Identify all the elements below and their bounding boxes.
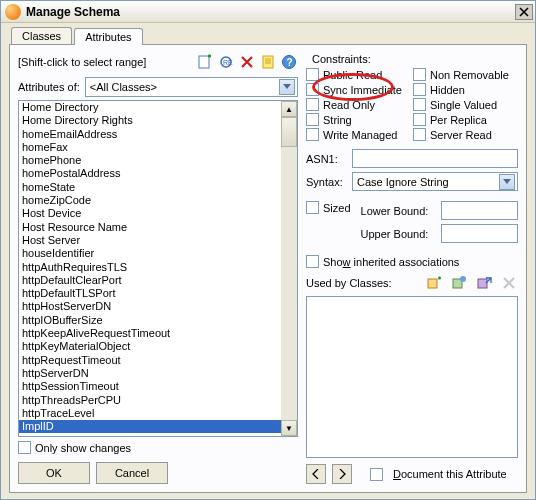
list-item[interactable]: Host Server bbox=[19, 234, 281, 247]
constraint-label: Server Read bbox=[430, 129, 492, 141]
class-props-button[interactable] bbox=[450, 274, 468, 292]
refresh-button[interactable]: RE bbox=[217, 53, 235, 71]
list-item[interactable]: homePhone bbox=[19, 154, 281, 167]
list-item[interactable]: Host Device bbox=[19, 207, 281, 220]
sized-checkbox[interactable] bbox=[306, 201, 319, 214]
only-show-changes-checkbox[interactable] bbox=[18, 441, 31, 454]
add-class-button[interactable] bbox=[425, 274, 443, 292]
constraint-row: Read Only bbox=[306, 98, 411, 111]
scroll-thumb[interactable] bbox=[281, 117, 297, 147]
chevron-right-icon bbox=[338, 469, 346, 479]
list-item[interactable]: httpDefaultClearPort bbox=[19, 274, 281, 287]
list-item[interactable]: httpSessionTimeout bbox=[19, 380, 281, 393]
list-item[interactable]: httpHostServerDN bbox=[19, 300, 281, 313]
upper-bound-row: Upper Bound: bbox=[361, 224, 518, 243]
show-inherited-checkbox[interactable] bbox=[306, 255, 319, 268]
constraint-checkbox[interactable] bbox=[306, 98, 319, 111]
list-item[interactable]: httpDefaultTLSPort bbox=[19, 287, 281, 300]
constraint-row: Public Read bbox=[306, 68, 411, 81]
list-item[interactable]: httpTraceLevel bbox=[19, 407, 281, 420]
list-item[interactable]: Host Resource Name bbox=[19, 221, 281, 234]
constraint-checkbox[interactable] bbox=[306, 128, 319, 141]
ok-button[interactable]: OK bbox=[18, 462, 90, 484]
tabs: Classes Attributes bbox=[11, 27, 527, 44]
close-button[interactable] bbox=[515, 4, 533, 20]
constraint-label: Public Read bbox=[323, 69, 382, 81]
tab-content: [Shift-click to select range] RE ? bbox=[9, 44, 527, 493]
notes-button[interactable] bbox=[259, 53, 277, 71]
goto-class-button[interactable] bbox=[475, 274, 493, 292]
right-pane: Constraints: Public ReadSync ImmediateRe… bbox=[306, 53, 518, 484]
constraint-checkbox[interactable] bbox=[413, 128, 426, 141]
bottom-row: Document this Attribute bbox=[306, 464, 518, 484]
list-item[interactable]: homePostalAddress bbox=[19, 167, 281, 180]
document-attr-checkbox[interactable] bbox=[370, 468, 383, 481]
shift-click-hint: [Shift-click to select range] bbox=[18, 56, 146, 68]
used-by-listbox[interactable] bbox=[306, 296, 518, 458]
list-item[interactable]: houseIdentifier bbox=[19, 247, 281, 260]
scroll-down-button[interactable]: ▼ bbox=[281, 420, 297, 436]
delete-button[interactable] bbox=[238, 53, 256, 71]
tab-classes[interactable]: Classes bbox=[11, 27, 72, 44]
upper-bound-input[interactable] bbox=[441, 224, 518, 243]
constraint-checkbox[interactable] bbox=[413, 83, 426, 96]
constraint-checkbox[interactable] bbox=[413, 68, 426, 81]
cancel-button[interactable]: Cancel bbox=[96, 462, 168, 484]
next-button[interactable] bbox=[332, 464, 352, 484]
prev-button[interactable] bbox=[306, 464, 326, 484]
svg-rect-0 bbox=[199, 56, 209, 68]
constraint-checkbox[interactable] bbox=[306, 83, 319, 96]
list-item[interactable]: httpServerDN bbox=[19, 367, 281, 380]
constraint-checkbox[interactable] bbox=[413, 113, 426, 126]
asn1-input[interactable] bbox=[352, 149, 518, 168]
constraint-checkbox[interactable] bbox=[306, 68, 319, 81]
list-item[interactable]: httpKeepAliveRequestTimeout bbox=[19, 327, 281, 340]
goto-class-icon bbox=[476, 275, 492, 291]
syntax-label: Syntax: bbox=[306, 176, 352, 188]
help-button[interactable]: ? bbox=[280, 53, 298, 71]
asn1-label: ASN1: bbox=[306, 153, 352, 165]
attributes-listbox[interactable]: Home DirectoryHome Directory RightshomeE… bbox=[18, 100, 298, 437]
add-attribute-button[interactable] bbox=[196, 53, 214, 71]
class-props-icon bbox=[451, 275, 467, 291]
syntax-row: Syntax: Case Ignore String bbox=[306, 172, 518, 191]
list-item[interactable]: httpThreadsPerCPU bbox=[19, 394, 281, 407]
app-icon bbox=[5, 4, 21, 20]
svg-rect-3 bbox=[263, 56, 273, 68]
list-item[interactable]: homeState bbox=[19, 181, 281, 194]
tab-attributes[interactable]: Attributes bbox=[74, 28, 142, 45]
attributes-of-combo[interactable]: <All Classes> bbox=[85, 77, 298, 97]
asn1-row: ASN1: bbox=[306, 149, 518, 168]
constraint-checkbox[interactable] bbox=[306, 113, 319, 126]
lower-bound-input[interactable] bbox=[441, 201, 518, 220]
constraint-checkbox[interactable] bbox=[413, 98, 426, 111]
constraint-label: Read Only bbox=[323, 99, 375, 111]
list-item[interactable]: homeZipCode bbox=[19, 194, 281, 207]
vertical-scrollbar[interactable]: ▲ ▼ bbox=[281, 101, 297, 436]
syntax-value: Case Ignore String bbox=[357, 176, 449, 188]
constraint-row: Hidden bbox=[413, 83, 518, 96]
notes-icon bbox=[260, 54, 276, 70]
list-item[interactable]: httpRequestTimeout bbox=[19, 354, 281, 367]
used-by-label: Used by Classes: bbox=[306, 277, 422, 289]
list-item[interactable]: Home Directory Rights bbox=[19, 114, 281, 127]
constraint-row: String bbox=[306, 113, 411, 126]
list-item[interactable]: homeFax bbox=[19, 141, 281, 154]
list-item[interactable]: httpKeyMaterialObject bbox=[19, 340, 281, 353]
sized-label: Sized bbox=[323, 202, 351, 214]
chevron-down-icon bbox=[279, 79, 295, 95]
list-item[interactable]: httpAuthRequiresTLS bbox=[19, 261, 281, 274]
list-item[interactable]: Home Directory bbox=[19, 101, 281, 114]
lower-bound-row: Lower Bound: bbox=[361, 201, 518, 220]
remove-class-button[interactable] bbox=[500, 274, 518, 292]
list-item[interactable]: homeEmailAddress bbox=[19, 128, 281, 141]
svg-text:RE: RE bbox=[223, 59, 233, 66]
scroll-up-button[interactable]: ▲ bbox=[281, 101, 297, 117]
syntax-combo[interactable]: Case Ignore String bbox=[352, 172, 518, 191]
upper-bound-label: Upper Bound: bbox=[361, 228, 441, 240]
constraint-label: Hidden bbox=[430, 84, 465, 96]
attributes-of-row: Attributes of: <All Classes> bbox=[18, 77, 298, 97]
list-item[interactable]: httpIOBufferSize bbox=[19, 314, 281, 327]
list-item[interactable]: ImplID bbox=[19, 420, 281, 433]
toolbar: [Shift-click to select range] RE ? bbox=[18, 53, 298, 71]
